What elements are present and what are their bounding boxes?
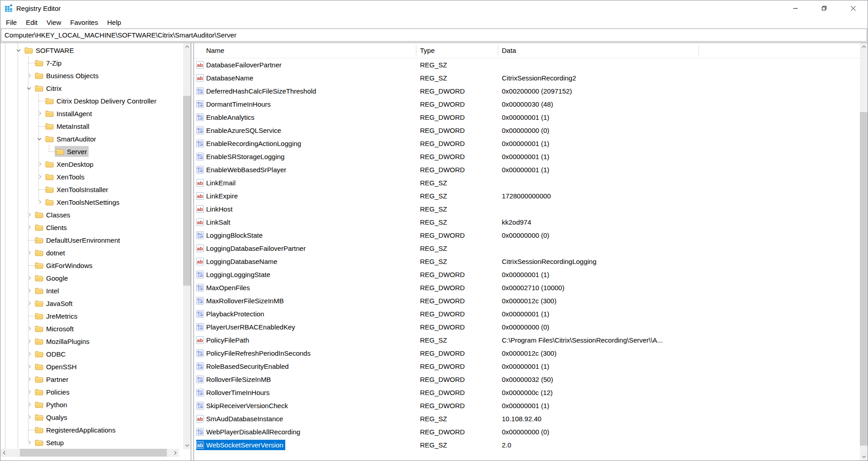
tree-item-odbc[interactable]: ODBC	[0, 348, 183, 360]
tree-node[interactable]: DefaultUserEnvironment	[34, 235, 122, 245]
value-name-cell[interactable]: abLinkSalt	[194, 217, 416, 227]
chevron-right-icon[interactable]	[36, 107, 43, 120]
value[interactable]: abDatabaseFailoverPartner	[196, 60, 283, 70]
scrollbar-track[interactable]	[8, 449, 171, 457]
value[interactable]: 011110EnableRecordingActionLogging	[196, 138, 303, 149]
registry-value-row[interactable]: 011110MaxRolloverFileSizeInMBREG_DWORD0x…	[194, 294, 868, 307]
registry-value-row[interactable]: abLinkEmailREG_SZ	[194, 176, 868, 189]
registry-value-row[interactable]: abDatabaseFailoverPartnerREG_SZ	[194, 58, 868, 71]
tree-node[interactable]: InstallAgent	[44, 108, 94, 119]
chevron-right-icon[interactable]	[25, 335, 33, 348]
menu-view[interactable]: View	[42, 17, 66, 28]
tree-node[interactable]: Business Objects	[34, 70, 100, 81]
value[interactable]: abSmAudDatabaseInstance	[196, 414, 285, 424]
value-name-cell[interactable]: abPolicyFilePath	[194, 335, 416, 345]
chevron-right-icon[interactable]	[36, 158, 43, 170]
registry-value-row[interactable]: 011110PlayerUserRBACEnabledKeyREG_DWORD0…	[194, 320, 868, 334]
value-name-cell[interactable]: 011110PlaybackProtection	[194, 309, 416, 319]
tree-horizontal-scrollbar[interactable]	[0, 449, 179, 457]
tree-node[interactable]: JreMetrics	[34, 310, 79, 321]
value[interactable]: 011110LoggingBlockState	[196, 230, 264, 240]
tree-node[interactable]: Citrix Desktop Delivery Controller	[44, 95, 158, 106]
value-name-cell[interactable]: 011110RoleBasedSecurityEnabled	[194, 361, 416, 372]
column-header-type[interactable]: Type	[416, 45, 498, 56]
value-name-cell[interactable]: 011110EnableAnalytics	[194, 112, 416, 122]
tree-item-metainstall[interactable]: MetaInstall	[0, 120, 183, 132]
column-header-name[interactable]: Name	[194, 45, 416, 56]
chevron-right-icon[interactable]	[25, 348, 33, 360]
tree-item-policies[interactable]: Policies	[0, 386, 183, 398]
tree-item-xentools[interactable]: XenTools	[0, 170, 183, 183]
chevron-down-icon[interactable]	[25, 82, 33, 94]
value-name-cell[interactable]: abLinkHost	[194, 204, 416, 214]
tree-node[interactable]: dotnet	[34, 247, 67, 258]
value-name-cell[interactable]: 011110PolicyFileRefreshPeriodInSeconds	[194, 348, 416, 358]
value-name-cell[interactable]: 011110MaxOpenFiles	[194, 282, 416, 293]
tree-item-software[interactable]: SOFTWARE	[0, 44, 183, 56]
registry-value-row[interactable]: 011110PolicyFileRefreshPeriodInSecondsRE…	[194, 347, 868, 360]
value-name-cell[interactable]: abDatabaseName	[194, 73, 416, 83]
tree-node[interactable]: RegisteredApplications	[34, 424, 117, 435]
tree-node[interactable]: ODBC	[34, 348, 67, 359]
value[interactable]: abLinkEmail	[196, 178, 237, 188]
tree-item-registeredapplications[interactable]: RegisteredApplications	[0, 423, 183, 436]
value-name-cell[interactable]: 011110RolloverTimeInHours	[194, 387, 416, 398]
value-name-cell[interactable]: 011110LoggingLoggingState	[194, 269, 416, 280]
registry-value-row[interactable]: 011110DormantTimeInHoursREG_DWORD0x00000…	[194, 98, 868, 111]
tree-node[interactable]: Citrix	[34, 83, 63, 94]
tree-vertical-scrollbar[interactable]	[183, 43, 191, 449]
registry-value-row[interactable]: abLoggingDatabaseFailoverPartnerREG_SZ	[194, 242, 868, 255]
chevron-right-icon[interactable]	[25, 221, 33, 234]
tree-node[interactable]: 7-Zip	[34, 57, 63, 68]
tree-node[interactable]: Microsoft	[34, 323, 75, 334]
tree-node[interactable]: JavaSoft	[34, 298, 74, 309]
column-header-data[interactable]: Data	[498, 45, 699, 56]
chevron-right-icon[interactable]	[25, 436, 33, 449]
menu-favorites[interactable]: Favorites	[66, 17, 103, 28]
chevron-right-icon[interactable]	[25, 322, 33, 335]
scrollbar-thumb[interactable]	[183, 96, 191, 286]
tree-node[interactable]: Partner	[34, 374, 70, 385]
tree-item-clients[interactable]: Clients	[0, 221, 183, 234]
tree-item-qualys[interactable]: Qualys	[0, 411, 183, 423]
value-name-cell[interactable]: 011110DormantTimeInHours	[194, 99, 416, 109]
chevron-right-icon[interactable]	[25, 386, 33, 398]
value-name-cell[interactable]: 011110EnableRecordingActionLogging	[194, 138, 416, 149]
registry-value-row[interactable]: abDatabaseNameREG_SZCitrixSessionRecordi…	[194, 71, 868, 85]
registry-value-row[interactable]: 011110RoleBasedSecurityEnabledREG_DWORD0…	[194, 360, 868, 373]
chevron-right-icon[interactable]	[25, 272, 33, 284]
registry-value-row[interactable]: abPolicyFilePathREG_SZC:\Program Files\C…	[194, 334, 868, 347]
tree-item-defaultuserenvironment[interactable]: DefaultUserEnvironment	[0, 234, 183, 246]
tree-node[interactable]: XenToolsInstaller	[44, 184, 110, 195]
value-name-cell[interactable]: abLoggingDatabaseName	[194, 256, 416, 267]
tree-node[interactable]: Policies	[34, 386, 71, 397]
registry-value-row[interactable]: 011110EnableAzureSQLServiceREG_DWORD0x00…	[194, 124, 868, 137]
value-name-cell[interactable]: 011110LoggingBlockState	[194, 230, 416, 240]
scroll-up-button[interactable]	[860, 43, 868, 51]
menu-file[interactable]: File	[1, 17, 21, 28]
registry-value-row[interactable]: abLoggingDatabaseNameREG_SZCitrixSession…	[194, 255, 868, 268]
chevron-right-icon[interactable]	[25, 411, 33, 423]
value[interactable]: 011110LoggingLoggingState	[196, 269, 272, 280]
value[interactable]: 011110MaxRolloverFileSizeInMB	[196, 296, 286, 306]
value-name-cell[interactable]: abSmAudDatabaseInstance	[194, 414, 416, 424]
address-input[interactable]	[1, 28, 867, 42]
value[interactable]: 011110EnableSRStorageLogging	[196, 151, 286, 162]
value-name-cell[interactable]: 011110EnableSRStorageLogging	[194, 151, 416, 162]
tree-item-microsoft[interactable]: Microsoft	[0, 322, 183, 335]
tree-item-intel[interactable]: Intel	[0, 284, 183, 297]
tree-node[interactable]: Google	[34, 273, 70, 283]
value[interactable]: 011110SkipReceiverVersionCheck	[196, 400, 290, 411]
value[interactable]: abPolicyFilePath	[196, 335, 251, 345]
scrollbar-thumb[interactable]	[20, 449, 167, 456]
chevron-right-icon[interactable]	[25, 246, 33, 259]
chevron-down-icon[interactable]	[15, 44, 22, 56]
value[interactable]: 011110MaxOpenFiles	[196, 282, 252, 293]
value[interactable]: 011110EnableWebBasedSrPlayer	[196, 165, 288, 175]
value[interactable]: 011110PlaybackProtection	[196, 309, 266, 319]
registry-value-row[interactable]: abSmAudDatabaseInstanceREG_SZ10.108.92.4…	[194, 412, 868, 425]
chevron-down-icon[interactable]	[36, 132, 43, 145]
registry-value-row[interactable]: abLinkExpireREG_SZ1728000000000	[194, 189, 868, 202]
value[interactable]: 011110EnableAzureSQLService	[196, 125, 283, 136]
value[interactable]: 011110RolloverTimeInHours	[196, 387, 271, 398]
